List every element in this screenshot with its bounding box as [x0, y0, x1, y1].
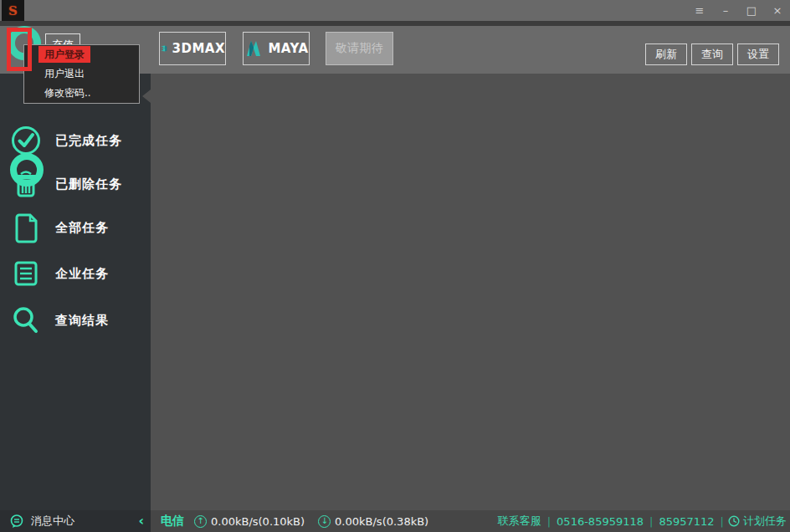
title-bar: S ≡ – □ ×: [0, 0, 790, 21]
tab-3dmax-button[interactable]: 3DMAX: [159, 32, 226, 65]
clock-icon: [728, 515, 740, 527]
sidebar-item-enterprise-tasks[interactable]: 企业任务: [0, 252, 151, 295]
separator: |: [649, 515, 653, 528]
statusbar-left: 消息中心 ‹: [0, 510, 151, 532]
message-bubble-icon: [10, 514, 23, 528]
sidebar-item-label: 已完成任务: [55, 133, 122, 149]
minimize-button[interactable]: –: [720, 0, 731, 21]
phone-number-2: 85957112: [659, 515, 714, 528]
coming-soon-button: 敬请期待: [326, 32, 393, 65]
app-window: S ≡ – □ × 充值 3DMAX MAYA 敬请期待 刷新 查询 设置: [0, 0, 790, 532]
upload-speed-value: 0.00kB/s(0.10kB): [211, 515, 305, 528]
download-speed-value: 0.00kB/s(0.38kB): [335, 515, 428, 528]
file-icon: [10, 212, 42, 243]
close-button[interactable]: ×: [772, 0, 783, 21]
contact-service-link[interactable]: 联系客服: [498, 514, 541, 529]
sidebar-item-query-results[interactable]: 查询结果: [0, 299, 151, 342]
window-controls: ≡ – □ ×: [694, 0, 783, 21]
tab-maya-label: MAYA: [268, 41, 308, 56]
3dsmax-logo-icon: [160, 38, 168, 59]
maya-logo-icon: [244, 38, 264, 59]
carrier-label[interactable]: 电信: [161, 514, 184, 529]
phone-number-1: 0516-85959118: [557, 515, 644, 528]
message-center-label[interactable]: 消息中心: [31, 514, 74, 529]
contact-group: 联系客服 | 0516-85959118 | 85957112 | 计划任务: [498, 514, 787, 529]
download-icon: ↓: [318, 515, 331, 528]
statusbar-main: 电信 ↑ 0.00kB/s(0.10kB) ↓ 0.00kB/s(0.38kB)…: [151, 510, 790, 532]
download-speed-group: ↓ 0.00kB/s(0.38kB): [318, 515, 428, 528]
upload-icon: ↑: [194, 515, 207, 528]
menu-item-login[interactable]: 用户登录: [24, 45, 139, 64]
separator: |: [547, 515, 551, 528]
selected-item-arrow: [142, 90, 151, 103]
upload-speed-group: ↑ 0.00kB/s(0.10kB): [194, 515, 305, 528]
app-logo-glyph: S: [8, 3, 18, 18]
coming-soon-label: 敬请期待: [336, 41, 384, 56]
settings-button[interactable]: 设置: [737, 43, 779, 65]
sidebar-item-label: 企业任务: [55, 266, 109, 282]
app-logo-icon: S: [2, 0, 24, 21]
user-dropdown-menu: 用户登录 用户退出 修改密码..: [23, 44, 140, 104]
tab-3dmax-label: 3DMAX: [172, 41, 226, 56]
refresh-button[interactable]: 刷新: [645, 43, 687, 65]
menu-item-change-password[interactable]: 修改密码..: [24, 84, 139, 103]
query-button[interactable]: 查询: [691, 43, 733, 65]
window-menu-icon[interactable]: ≡: [694, 0, 705, 21]
sidebar-item-label: 已删除任务: [55, 176, 122, 192]
sidebar-item-current-icon[interactable]: [10, 153, 44, 187]
check-circle-icon: [10, 125, 42, 156]
collapse-sidebar-chevron-icon[interactable]: ‹: [138, 510, 144, 532]
tab-maya-button[interactable]: MAYA: [243, 32, 310, 65]
sidebar-item-label: 查询结果: [55, 313, 109, 329]
menu-item-logout[interactable]: 用户退出: [24, 64, 139, 84]
maximize-button[interactable]: □: [746, 0, 757, 21]
separator: |: [721, 515, 724, 528]
sidebar-item-label: 全部任务: [55, 220, 109, 236]
avatar-click-annotation: [7, 28, 32, 71]
sidebar-item-all-tasks[interactable]: 全部任务: [0, 206, 151, 249]
list-file-icon: [10, 258, 42, 289]
sidebar: 已完成任务 已删除任务 全部任务: [0, 74, 151, 510]
search-icon: [10, 304, 42, 336]
scheduled-tasks-link[interactable]: 计划任务: [743, 514, 787, 529]
main-content-area: [151, 74, 790, 510]
login-click-annotation: 用户登录: [38, 46, 90, 63]
